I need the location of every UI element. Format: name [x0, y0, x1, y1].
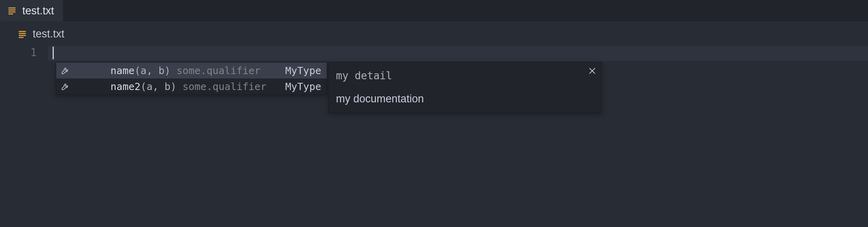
suggestion-type: MyType [285, 65, 321, 76]
suggestion-item[interactable]: name2(a, b) some.qualifier MyType [56, 78, 327, 94]
tab-bar: test.txt [0, 0, 868, 22]
file-text-icon [7, 6, 17, 16]
file-text-icon [18, 29, 27, 39]
suggestion-label: name2(a, b) some.qualifier [75, 69, 267, 104]
suggestion-type: MyType [285, 81, 321, 92]
suggestion-documentation: my documentation [336, 93, 594, 105]
close-icon [588, 67, 597, 75]
suggestion-details: my detail my documentation [328, 62, 602, 113]
suggestion-list[interactable]: name(a, b) some.qualifier MyType name2(a… [56, 62, 327, 95]
text-cursor [53, 47, 54, 59]
line-number: 1 [0, 47, 37, 59]
gutter: 1 [0, 46, 48, 59]
suggestion-detail-text: my detail [336, 67, 594, 82]
close-button[interactable] [588, 67, 597, 75]
wrench-icon [61, 82, 70, 91]
tab-active[interactable]: test.txt [0, 0, 63, 22]
breadcrumb-title: test.txt [33, 28, 65, 40]
tab-title: test.txt [22, 5, 54, 17]
breadcrumb[interactable]: test.txt [0, 22, 868, 46]
wrench-icon [61, 66, 70, 75]
